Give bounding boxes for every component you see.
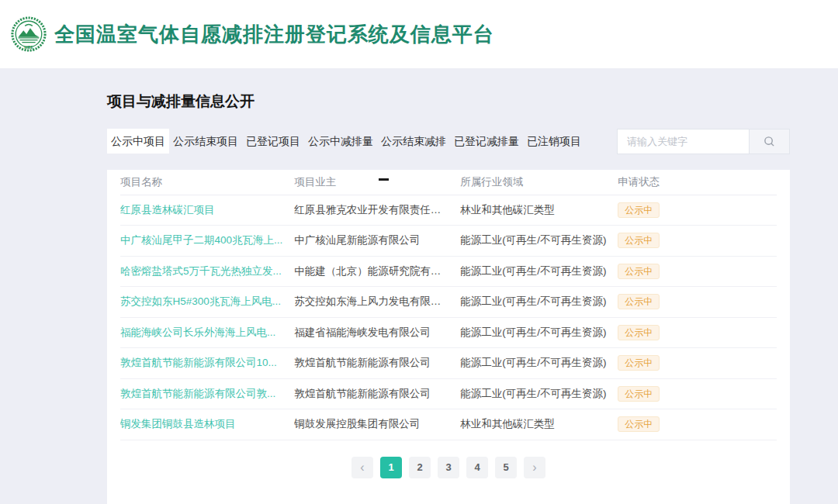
column-project-owner: 项目业主 [294, 170, 460, 195]
svg-text:MEE: MEE [24, 45, 33, 50]
project-owner: 福建省福能海峡发电有限公司 [294, 317, 460, 348]
project-industry: 能源工业(可再生/不可再生资源) [460, 348, 618, 379]
project-owner: 中能建（北京）能源研究院有限... [294, 256, 460, 287]
table-row: 红原县造林碳汇项目 红原县雅克农业开发有限责任公司 林业和其他碳汇类型 公示中 [120, 195, 777, 226]
project-name-link[interactable]: 敦煌首航节能新能源有限公司敦... [120, 378, 294, 409]
tab-projects-in-publicity[interactable]: 公示中项目 [107, 129, 169, 154]
status-badge: 公示中 [618, 355, 660, 371]
status-badge: 公示中 [618, 416, 660, 432]
mee-logo-icon: MEE [11, 16, 47, 52]
search-button[interactable] [749, 129, 790, 154]
project-name-link[interactable]: 苏交控如东H5#300兆瓦海上风电... [120, 287, 294, 318]
table-row: 敦煌首航节能新能源有限公司敦... 敦煌首航节能新能源有限公司 能源工业(可再生… [120, 378, 777, 409]
tab-publicity-ended-projects[interactable]: 公示结束项目 [169, 129, 242, 154]
project-owner: 敦煌首航节能新能源有限公司 [294, 378, 460, 409]
next-page-button[interactable]: › [524, 457, 545, 478]
project-owner: 铜鼓发展控股集团有限公司 [294, 409, 460, 440]
project-industry: 能源工业(可再生/不可再生资源) [460, 317, 618, 348]
project-name-link[interactable]: 中广核汕尾甲子二期400兆瓦海上... [120, 226, 294, 257]
status-badge: 公示中 [618, 202, 660, 218]
projects-card: 项目名称 项目业主 所属行业领域 申请状态 红原县造林碳汇项目 红原县雅克农业开… [107, 170, 790, 504]
tab-cancelled-projects[interactable]: 已注销项目 [523, 129, 585, 154]
project-industry: 林业和其他碳汇类型 [460, 409, 618, 440]
status-badge: 公示中 [618, 386, 660, 402]
project-industry: 林业和其他碳汇类型 [460, 195, 618, 226]
app-title: 全国温室气体自愿减排注册登记系统及信息平台 [54, 21, 494, 48]
status-badge: 公示中 [618, 294, 660, 309]
column-status: 申请状态 [618, 170, 777, 195]
tab-registered-reductions[interactable]: 已登记减排量 [450, 129, 523, 154]
column-project-name: 项目名称 [120, 170, 294, 195]
project-industry: 能源工业(可再生/不可再生资源) [460, 226, 618, 257]
project-name-link[interactable]: 铜发集团铜鼓县造林项目 [120, 409, 294, 440]
table-row: 中广核汕尾甲子二期400兆瓦海上... 中广核汕尾新能源有限公司 能源工业(可再… [120, 226, 777, 257]
table-header-row: 项目名称 项目业主 所属行业领域 申请状态 [120, 170, 777, 195]
status-badge: 公示中 [618, 264, 660, 279]
project-name-link[interactable]: 红原县造林碳汇项目 [120, 195, 294, 226]
project-industry: 能源工业(可再生/不可再生资源) [460, 378, 618, 409]
page-button-3[interactable]: 3 [438, 457, 459, 478]
prev-page-button[interactable]: ‹ [351, 457, 373, 478]
project-industry: 能源工业(可再生/不可再生资源) [460, 256, 618, 287]
project-name-link[interactable]: 福能海峡公司长乐外海海上风电... [120, 317, 294, 348]
project-name-link[interactable]: 哈密熔盐塔式5万千瓦光热独立发... [120, 256, 294, 287]
column-industry: 所属行业领域 [460, 170, 618, 195]
page-title: 项目与减排量信息公开 [107, 91, 790, 112]
tab-reductions-in-publicity[interactable]: 公示中减排量 [304, 129, 377, 154]
search-box [617, 129, 790, 154]
page-button-2[interactable]: 2 [409, 457, 431, 478]
project-owner: 红原县雅克农业开发有限责任公司 [294, 195, 460, 226]
tab-registered-projects[interactable]: 已登记项目 [242, 129, 304, 154]
table-row: 苏交控如东H5#300兆瓦海上风电... 苏交控如东海上风力发电有限公司 能源工… [120, 287, 777, 318]
project-owner: 敦煌首航节能新能源有限公司 [294, 348, 460, 379]
projects-table: 项目名称 项目业主 所属行业领域 申请状态 红原县造林碳汇项目 红原县雅克农业开… [120, 170, 777, 440]
project-owner: 中广核汕尾新能源有限公司 [294, 226, 460, 257]
app-header: MEE 全国温室气体自愿减排注册登记系统及信息平台 [0, 0, 838, 68]
page-body: 项目与减排量信息公开 公示中项目 公示结束项目 已登记项目 公示中减排量 公示结… [0, 68, 838, 504]
status-badge: 公示中 [618, 233, 660, 248]
toolbar: 公示中项目 公示结束项目 已登记项目 公示中减排量 公示结束减排 已登记减排量 … [107, 129, 790, 154]
search-input[interactable] [617, 129, 749, 154]
page-button-4[interactable]: 4 [466, 457, 488, 478]
page-button-1[interactable]: 1 [380, 457, 402, 478]
table-row: 哈密熔盐塔式5万千瓦光热独立发... 中能建（北京）能源研究院有限... 能源工… [120, 256, 777, 287]
tab-bar: 公示中项目 公示结束项目 已登记项目 公示中减排量 公示结束减排 已登记减排量 … [107, 129, 585, 154]
search-icon [764, 136, 775, 147]
collapsed-widget-dash [379, 178, 389, 181]
page-button-5[interactable]: 5 [495, 457, 517, 478]
project-name-link[interactable]: 敦煌首航节能新能源有限公司10... [120, 348, 294, 379]
table-row: 敦煌首航节能新能源有限公司10... 敦煌首航节能新能源有限公司 能源工业(可再… [120, 348, 777, 379]
table-row: 福能海峡公司长乐外海海上风电... 福建省福能海峡发电有限公司 能源工业(可再生… [120, 317, 777, 348]
project-owner: 苏交控如东海上风力发电有限公司 [294, 287, 460, 318]
project-industry: 能源工业(可再生/不可再生资源) [460, 287, 618, 318]
tab-publicity-ended-reductions[interactable]: 公示结束减排 [377, 129, 450, 154]
table-row: 铜发集团铜鼓县造林项目 铜鼓发展控股集团有限公司 林业和其他碳汇类型 公示中 [120, 409, 777, 440]
pagination: ‹ 1 2 3 4 5 › [120, 457, 777, 478]
status-badge: 公示中 [618, 325, 660, 340]
